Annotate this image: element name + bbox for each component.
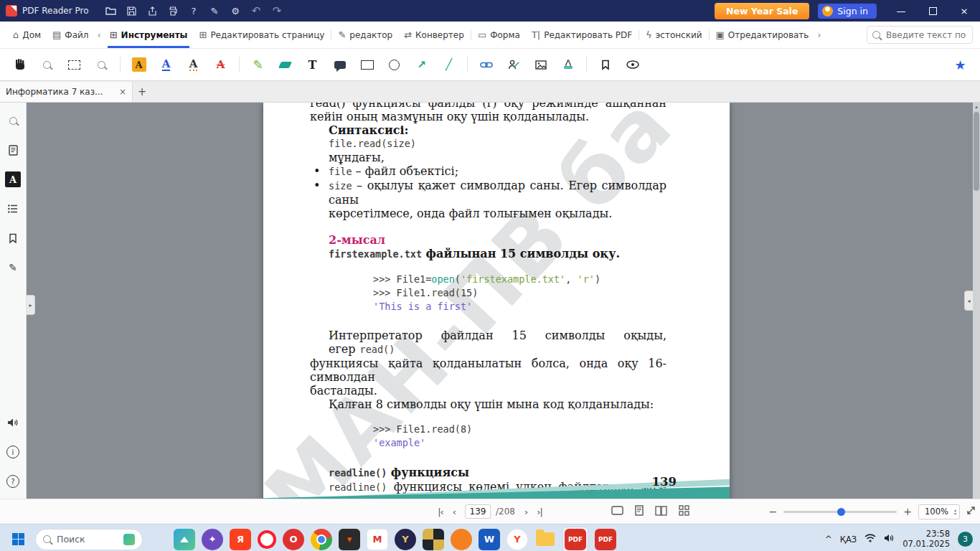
search-camera-icon[interactable] xyxy=(123,534,135,545)
link-tool-icon[interactable] xyxy=(475,53,497,76)
single-page-icon[interactable] xyxy=(635,505,644,518)
help-icon[interactable]: ? xyxy=(184,0,204,22)
opera-icon[interactable] xyxy=(258,530,276,549)
page-number-input[interactable] xyxy=(465,504,491,519)
menu-item-converter[interactable]: ⇄ Конвертер xyxy=(398,22,470,48)
squiggly-tool-icon[interactable]: A xyxy=(182,53,204,76)
loupe-icon[interactable] xyxy=(90,53,113,76)
annotations-panel-icon[interactable]: A xyxy=(4,171,22,188)
image-tool-icon[interactable] xyxy=(529,53,552,76)
minimize-button[interactable]: — xyxy=(885,0,917,22)
document-tab[interactable]: Информатика 7 каз... × xyxy=(0,82,133,102)
ok-app-icon[interactable] xyxy=(451,529,472,550)
zoom-slider[interactable] xyxy=(783,511,897,513)
file-explorer-icon[interactable] xyxy=(534,529,556,550)
help-circle-icon[interactable]: ? xyxy=(4,473,22,490)
text-tool-icon[interactable]: T xyxy=(301,53,324,76)
taskbar-search[interactable]: Поиск xyxy=(35,529,143,550)
zoom-in-icon[interactable]: + xyxy=(903,506,912,517)
zoom-out-icon[interactable]: − xyxy=(769,506,778,517)
zoom-text-icon[interactable] xyxy=(36,53,58,76)
menu-item-editor[interactable]: ✎ редактор xyxy=(332,22,398,48)
redo-icon[interactable]: ↷ xyxy=(267,0,288,22)
share-icon[interactable] xyxy=(142,0,163,22)
ellipse-tool-icon[interactable] xyxy=(383,53,405,76)
volume-icon[interactable] xyxy=(884,534,895,545)
signature-tool-icon[interactable] xyxy=(502,53,524,76)
favorite-star-icon[interactable]: ★ xyxy=(949,53,971,76)
select-area-icon[interactable] xyxy=(63,53,85,76)
menu-item-edit-pdf[interactable]: T| Редактировать PDF xyxy=(526,22,638,48)
stamp-tool-icon[interactable] xyxy=(557,53,579,76)
bookmark-tool-icon[interactable] xyxy=(594,53,616,76)
tray-chevron-icon[interactable]: ^ xyxy=(825,534,832,545)
game-shield-icon[interactable]: ▾ xyxy=(339,529,360,550)
zoom-level-select[interactable]: 100% ▴ ▾ xyxy=(918,504,960,519)
preview-eye-icon[interactable] xyxy=(621,53,644,76)
highlight-tool-icon[interactable]: A xyxy=(128,53,150,76)
two-page-icon[interactable] xyxy=(655,506,667,518)
last-page-icon[interactable]: ›| xyxy=(537,507,542,517)
pen-icon[interactable]: ✎ xyxy=(204,0,225,22)
undo-icon[interactable]: ↶ xyxy=(246,0,267,22)
menu-scroll-right-icon[interactable]: › xyxy=(814,29,824,40)
chrome-icon[interactable] xyxy=(311,529,332,550)
zoom-slider-thumb[interactable] xyxy=(837,508,845,516)
thumbnails-panel-icon[interactable] xyxy=(4,141,22,159)
strikeout-tool-icon[interactable]: A xyxy=(209,53,232,76)
chess-app-icon[interactable] xyxy=(423,529,444,550)
document-canvas[interactable]: АРМАН-ПВ ба read() функциясы файлды (r) … xyxy=(27,103,980,499)
close-button[interactable]: × xyxy=(948,0,980,22)
tab-add-icon[interactable]: + xyxy=(133,82,151,102)
fullscreen-icon[interactable] xyxy=(966,506,976,517)
scroll-up-icon[interactable]: ▴ xyxy=(973,103,980,111)
vertical-scrollbar[interactable]: ▴ xyxy=(973,103,980,499)
menu-item-form[interactable]: ▭ Форма xyxy=(472,22,526,48)
scrollbar-thumb[interactable] xyxy=(974,112,979,191)
tab-close-icon[interactable]: × xyxy=(119,87,126,97)
wifi-icon[interactable] xyxy=(864,534,876,545)
search-panel-icon[interactable] xyxy=(4,112,22,129)
menu-item-tools[interactable]: ⊞ Инструменты xyxy=(104,22,194,48)
freehand-pen-icon[interactable]: ✎ xyxy=(247,53,269,76)
info-icon[interactable]: i xyxy=(4,443,22,461)
bookmarks-panel-icon[interactable] xyxy=(4,230,22,247)
right-panel-handle[interactable]: ◂ xyxy=(964,291,973,311)
start-button[interactable] xyxy=(7,529,29,550)
sign-in-button[interactable]: Sign in xyxy=(818,4,877,19)
yandex-app-icon[interactable]: Я xyxy=(230,529,251,550)
word-icon[interactable]: W xyxy=(479,529,500,550)
maximize-button[interactable] xyxy=(917,0,948,22)
open-folder-icon[interactable] xyxy=(100,0,121,22)
language-indicator[interactable]: ҚАЗ xyxy=(840,534,857,545)
mail-app-icon[interactable]: М xyxy=(367,529,388,550)
notification-badge[interactable]: 3 xyxy=(958,532,973,547)
menu-item-home[interactable]: ⌂ Дом xyxy=(7,22,47,48)
signature-panel-icon[interactable]: ✎ xyxy=(4,259,22,276)
hand-tool-icon[interactable] xyxy=(9,53,31,76)
previous-page-icon[interactable]: ‹ xyxy=(453,507,456,517)
menu-item-file[interactable]: ▤ Файл xyxy=(47,22,94,48)
app-icon-purple[interactable]: ✦ xyxy=(202,529,223,550)
underline-tool-icon[interactable]: A xyxy=(155,53,177,76)
first-page-icon[interactable]: |‹ xyxy=(438,507,443,517)
spin-down-icon[interactable]: ▾ xyxy=(954,512,956,515)
rectangle-tool-icon[interactable] xyxy=(356,53,378,76)
search-input[interactable] xyxy=(867,26,973,44)
menu-item-estonian[interactable]: ϟ эстонский xyxy=(640,22,707,48)
reading-mode-icon[interactable] xyxy=(611,506,623,517)
settings-gear-icon[interactable]: ⚙ xyxy=(225,0,246,22)
opera-gx-icon[interactable]: O xyxy=(283,529,304,550)
menu-item-edit-page[interactable]: ⊞ Редактировать страницу xyxy=(193,22,330,48)
music-app-icon[interactable]: Y xyxy=(395,529,416,550)
menu-item-redact[interactable]: ▣ Отредактировать xyxy=(710,22,815,48)
eraser-icon[interactable] xyxy=(274,53,296,76)
yandex-browser-icon[interactable]: Y xyxy=(507,529,528,550)
comment-tool-icon[interactable] xyxy=(329,53,351,76)
grid-view-icon[interactable] xyxy=(679,505,689,518)
save-icon[interactable] xyxy=(121,0,142,22)
menu-scroll-left-icon[interactable]: ‹ xyxy=(95,29,104,40)
next-page-icon[interactable]: › xyxy=(524,507,527,517)
clock[interactable]: 23:58 07.01.2025 xyxy=(903,529,950,549)
read-aloud-icon[interactable] xyxy=(4,414,22,431)
